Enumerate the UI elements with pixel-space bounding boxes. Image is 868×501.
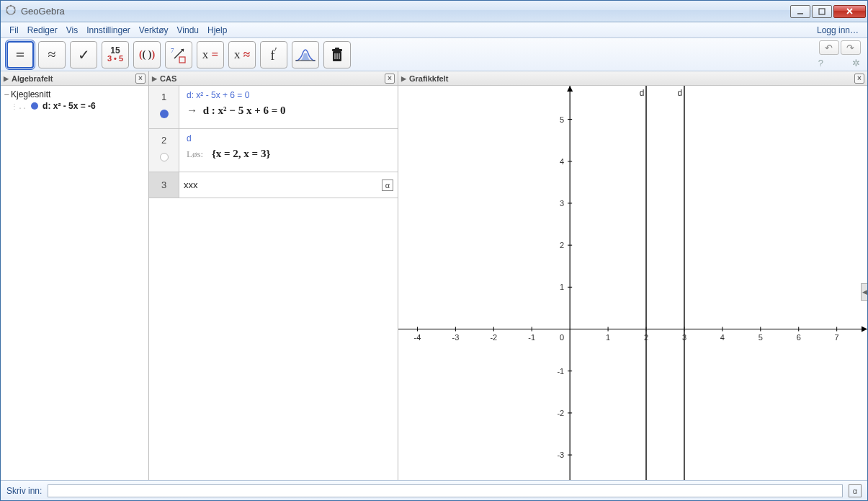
svg-text:-3: -3 bbox=[452, 333, 459, 342]
menubar: Fil Rediger Vis Innstillinger Verktøy Vi… bbox=[1, 22, 867, 38]
tool-evaluate-exact[interactable]: = bbox=[6, 41, 34, 68]
svg-text:3: 3 bbox=[560, 199, 564, 208]
factor-bottom: 3 • 5 bbox=[107, 55, 123, 63]
menu-vis[interactable]: Vis bbox=[62, 24, 82, 37]
cas-panel-header[interactable]: ▶ CAS × bbox=[149, 71, 398, 86]
cas-row-1[interactable]: 1 d: x² - 5x + 6 = 0 → d : x² − 5 x + 6 … bbox=[149, 86, 398, 129]
graphics-panel-body[interactable]: -4-3-2-11234567-3-2-1123450dd ◀ bbox=[398, 86, 867, 480]
cas-input-text: d: x² - 5x + 6 = 0 bbox=[187, 90, 390, 100]
svg-text:7: 7 bbox=[171, 47, 174, 54]
svg-text:5: 5 bbox=[560, 115, 564, 124]
maximize-button[interactable] bbox=[812, 5, 832, 18]
cas-input-field[interactable] bbox=[184, 179, 382, 190]
sidebar-toggle[interactable]: ◀ bbox=[861, 283, 867, 301]
input-bar: Skriv inn: α bbox=[1, 480, 867, 500]
cas-row-2[interactable]: 2 d Løs: {x = 2, x = 3} bbox=[149, 129, 398, 172]
object-dot-icon bbox=[31, 102, 38, 110]
marker-hollow-icon[interactable] bbox=[160, 153, 169, 161]
marker-filled-icon[interactable] bbox=[160, 110, 169, 118]
svg-point-1 bbox=[10, 5, 12, 7]
window-title: GeoGebra bbox=[5, 4, 790, 18]
tool-solve-exact[interactable]: x = bbox=[197, 41, 224, 68]
triangle-icon: ▶ bbox=[152, 75, 157, 82]
close-icon[interactable]: × bbox=[385, 74, 395, 84]
graphics-panel-title: Grafikkfelt bbox=[409, 74, 448, 83]
cas-panel-body: 1 d: x² - 5x + 6 = 0 → d : x² − 5 x + 6 … bbox=[149, 86, 398, 480]
redo-button[interactable]: ↷ bbox=[841, 40, 861, 55]
cas-panel: ▶ CAS × 1 d: x² - 5x + 6 = 0 → d : x² − … bbox=[149, 71, 398, 480]
menu-hjelp[interactable]: Hjelp bbox=[203, 24, 231, 37]
cas-row-number: 1 bbox=[149, 86, 179, 128]
close-button[interactable] bbox=[833, 5, 866, 18]
svg-text:-2: -2 bbox=[557, 409, 564, 417]
undo-button[interactable]: ↶ bbox=[819, 40, 839, 55]
cas-row-number: 2 bbox=[149, 129, 179, 172]
svg-text:-1: -1 bbox=[557, 367, 564, 376]
cas-output: Løs: {x = 2, x = 3} bbox=[187, 148, 390, 160]
svg-text:2: 2 bbox=[560, 241, 564, 249]
svg-text:-1: -1 bbox=[528, 333, 535, 342]
cas-input-text: d bbox=[187, 133, 390, 143]
menu-verktoy[interactable]: Verktøy bbox=[135, 24, 173, 37]
login-link[interactable]: Logg inn… bbox=[813, 24, 863, 37]
menu-vindu[interactable]: Vindu bbox=[173, 24, 203, 37]
svg-rect-7 bbox=[819, 9, 825, 14]
svg-text:0: 0 bbox=[560, 333, 564, 342]
input-bar-label: Skriv inn: bbox=[6, 486, 42, 496]
close-icon[interactable]: × bbox=[854, 74, 864, 84]
graphics-panel-header[interactable]: ▶ Grafikkfelt × bbox=[398, 71, 867, 86]
tool-parentheses[interactable]: (( )) bbox=[133, 41, 161, 68]
menu-fil[interactable]: Fil bbox=[5, 24, 23, 37]
minimize-button[interactable] bbox=[790, 5, 810, 18]
svg-point-5 bbox=[6, 7, 9, 9]
svg-point-4 bbox=[14, 7, 16, 9]
svg-text:-3: -3 bbox=[557, 451, 564, 459]
algebra-panel-header[interactable]: ▶ Algebrafelt × bbox=[1, 71, 148, 86]
triangle-icon: ▶ bbox=[4, 75, 9, 82]
svg-text:1: 1 bbox=[606, 333, 610, 342]
algebra-category[interactable]: − Kjeglesnitt bbox=[2, 89, 147, 100]
tool-factor[interactable]: 15 3 • 5 bbox=[102, 41, 129, 68]
graph-canvas[interactable]: -4-3-2-11234567-3-2-1123450dd bbox=[398, 86, 867, 480]
close-icon[interactable]: × bbox=[135, 74, 146, 84]
help-icon[interactable]: ? bbox=[818, 58, 823, 68]
tool-substitute[interactable]: 7 bbox=[165, 41, 192, 68]
svg-point-2 bbox=[6, 12, 9, 14]
window-controls bbox=[790, 5, 866, 18]
cas-panel-title: CAS bbox=[160, 74, 176, 83]
algebra-item-label: d: x² - 5x = -6 bbox=[42, 101, 96, 111]
graphics-panel: ▶ Grafikkfelt × -4-3-2-11234567-3-2-1123… bbox=[398, 71, 867, 480]
svg-text:d: d bbox=[640, 88, 645, 98]
algebra-panel: ▶ Algebrafelt × − Kjeglesnitt ⋮.. d: x² … bbox=[1, 71, 149, 480]
svg-text:d: d bbox=[678, 88, 683, 98]
menu-innstillinger[interactable]: Innstillinger bbox=[82, 24, 135, 37]
input-bar-field[interactable] bbox=[48, 484, 843, 497]
algebra-category-label: Kjeglesnitt bbox=[11, 89, 50, 99]
tool-delete[interactable] bbox=[323, 41, 351, 68]
cas-row-3[interactable]: 3 α bbox=[149, 172, 398, 198]
alpha-icon[interactable]: α bbox=[382, 179, 393, 191]
tool-evaluate-numeric[interactable]: ≈ bbox=[38, 41, 66, 68]
svg-point-0 bbox=[6, 6, 15, 14]
tool-probability[interactable] bbox=[292, 41, 319, 68]
menu-rediger[interactable]: Rediger bbox=[23, 24, 62, 37]
toolbar-right: ↶ ↷ ? ✲ bbox=[818, 40, 862, 68]
algebra-item-d[interactable]: ⋮.. d: x² - 5x = -6 bbox=[2, 100, 147, 112]
svg-text:4: 4 bbox=[560, 157, 564, 166]
toolbar: = ≈ ✓ 15 3 • 5 (( )) 7 x = x ≈ f′ ↶ ↷ bbox=[1, 38, 867, 71]
tool-keep-input[interactable]: ✓ bbox=[70, 41, 97, 68]
svg-rect-17 bbox=[335, 48, 339, 50]
svg-rect-13 bbox=[179, 57, 185, 63]
app-icon bbox=[5, 4, 17, 18]
svg-text:1: 1 bbox=[560, 283, 564, 291]
settings-icon[interactable]: ✲ bbox=[852, 58, 860, 68]
triangle-icon: ▶ bbox=[401, 75, 406, 82]
titlebar: GeoGebra bbox=[1, 1, 867, 22]
svg-text:5: 5 bbox=[759, 333, 763, 342]
svg-point-3 bbox=[14, 12, 16, 14]
tool-solve-numeric[interactable]: x ≈ bbox=[228, 41, 256, 68]
tool-derivative[interactable]: f′ bbox=[260, 41, 287, 68]
alpha-icon[interactable]: α bbox=[849, 484, 862, 497]
content-area: ▶ Algebrafelt × − Kjeglesnitt ⋮.. d: x² … bbox=[1, 71, 867, 480]
algebra-panel-body: − Kjeglesnitt ⋮.. d: x² - 5x = -6 bbox=[1, 86, 148, 480]
